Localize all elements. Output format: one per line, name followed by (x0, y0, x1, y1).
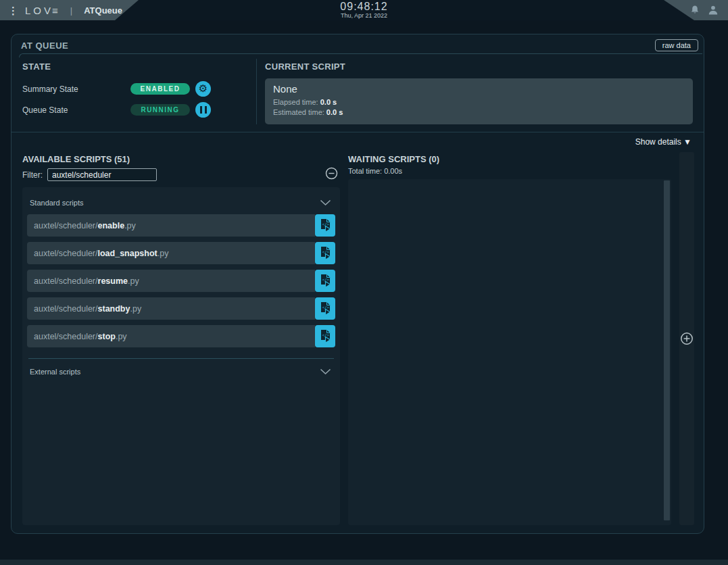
script-name: stop (98, 332, 116, 341)
chevron-down-icon (320, 368, 331, 375)
available-scripts-title: AVAILABLE SCRIPTS (51) (22, 154, 340, 164)
add-script-button[interactable]: </> (315, 242, 335, 264)
total-time-label: Total time: 0.00s (348, 167, 671, 175)
launch-script-icon: </> (318, 301, 332, 316)
elapsed-time-label: Elapsed time: (273, 98, 320, 106)
filter-input[interactable] (47, 168, 157, 181)
user-icon[interactable] (708, 5, 719, 16)
summary-state-config-button[interactable]: ⚙ (195, 81, 211, 97)
script-row: auxtel/scheduler/enable.py </> (27, 214, 335, 237)
estimated-time: Estimated time: 0.0 s (273, 107, 685, 118)
love-logo: LOV ≡ (25, 5, 58, 16)
summary-state-row: Summary State ENABLED ⚙ (22, 78, 247, 99)
script-name: load_snapshot (98, 249, 157, 258)
script-ext: .py (124, 221, 136, 230)
clock: 09:48:12 Thu, Apr 21 2022 (340, 1, 387, 19)
launch-script-icon: </> (318, 274, 332, 289)
waiting-scripts-column: WAITING SCRIPTS (0) Total time: 0.00s (348, 152, 671, 525)
card-header: AT QUEUE raw data (11, 34, 704, 53)
top-bar: ⋮ LOV ≡ | ATQueue 09:48:12 Thu, Apr 21 2… (0, 0, 728, 20)
waiting-scripts-panel (348, 179, 671, 525)
script-dir: auxtel/scheduler/ (34, 276, 98, 286)
add-script-button[interactable]: </> (315, 270, 335, 292)
script-name: enable (98, 221, 125, 230)
svg-text:</>: </> (322, 222, 329, 226)
notifications-bell-icon[interactable] (689, 5, 700, 16)
minus-circle-icon (325, 167, 338, 180)
add-script-button[interactable]: </> (315, 325, 335, 347)
waiting-scripts-title: WAITING SCRIPTS (0) (348, 154, 671, 164)
script-ext: .py (128, 276, 139, 286)
queue-state-badge: RUNNING (130, 104, 190, 116)
pause-queue-button[interactable] (195, 102, 211, 118)
show-details-toggle[interactable]: Show details ▼ (11, 132, 704, 147)
scripts-section: AVAILABLE SCRIPTS (51) Filter: Standard … (11, 147, 704, 533)
bottom-strip (0, 560, 728, 565)
state-block: STATE Summary State ENABLED ⚙ Queue Stat… (22, 59, 247, 124)
filter-row: Filter: (22, 168, 340, 181)
filter-label: Filter: (22, 170, 43, 180)
svg-text:</>: </> (322, 249, 329, 254)
estimated-time-label: Estimated time: (273, 108, 326, 116)
script-ext: .py (157, 249, 169, 258)
current-script-block: CURRENT SCRIPT None Elapsed time: 0.0 s … (257, 59, 693, 124)
script-ext: .py (116, 332, 127, 341)
available-scripts-column: AVAILABLE SCRIPTS (51) Filter: Standard … (22, 152, 340, 525)
script-row: auxtel/scheduler/standby.py </> (27, 297, 335, 320)
at-queue-card: AT QUEUE raw data STATE Summary State EN… (11, 34, 704, 534)
summary-state-label: Summary State (22, 84, 130, 94)
current-script-title: CURRENT SCRIPT (265, 62, 693, 72)
external-scripts-group[interactable]: External scripts (27, 359, 335, 383)
script-dir: auxtel/scheduler/ (34, 221, 98, 230)
script-path: auxtel/scheduler/load_snapshot.py (27, 242, 315, 264)
script-dir: auxtel/scheduler/ (34, 249, 98, 258)
expand-section-button[interactable] (680, 332, 694, 345)
menu-icon[interactable]: ⋮ (8, 5, 18, 16)
clock-date: Thu, Apr 21 2022 (340, 12, 387, 19)
script-path: auxtel/scheduler/enable.py (27, 214, 315, 237)
script-row: auxtel/scheduler/stop.py </> (27, 325, 335, 347)
collapsed-finished-strip (679, 152, 694, 525)
estimated-time-value: 0.0 s (326, 108, 343, 116)
script-row: auxtel/scheduler/resume.py </> (27, 270, 335, 292)
raw-data-button[interactable]: raw data (655, 39, 698, 51)
chevron-down-icon (320, 199, 331, 206)
script-dir: auxtel/scheduler/ (34, 304, 98, 314)
script-path: auxtel/scheduler/stop.py (27, 325, 315, 347)
script-ext: .py (130, 304, 141, 314)
current-script-name: None (273, 83, 685, 95)
script-path: auxtel/scheduler/resume.py (27, 270, 315, 292)
topbar-left-wing: ⋮ LOV ≡ | ATQueue (0, 0, 139, 20)
add-script-button[interactable]: </> (315, 297, 335, 320)
state-title: STATE (22, 62, 247, 72)
elapsed-time: Elapsed time: 0.0 s (273, 97, 685, 107)
svg-text:</>: </> (322, 277, 329, 282)
queue-state-label: Queue State (22, 105, 130, 115)
svg-text:</>: </> (322, 333, 329, 337)
scrollbar-thumb[interactable] (664, 180, 670, 520)
gear-icon: ⚙ (199, 84, 208, 94)
logo-divider: | (70, 5, 72, 16)
external-scripts-label: External scripts (30, 368, 80, 376)
current-script-box: None Elapsed time: 0.0 s Estimated time:… (265, 78, 693, 124)
logo-e-icon: ≡ (52, 5, 58, 16)
launch-script-icon: </> (318, 246, 332, 261)
topbar-right-wing (664, 0, 728, 20)
app-title: ATQueue (84, 5, 122, 16)
clock-time: 09:48:12 (340, 1, 387, 12)
add-script-button[interactable]: </> (315, 214, 335, 237)
svg-text:</>: </> (322, 305, 329, 310)
status-section: STATE Summary State ENABLED ⚙ Queue Stat… (11, 57, 704, 124)
script-name: standby (98, 304, 130, 314)
summary-state-badge: ENABLED (130, 83, 190, 95)
pause-icon (200, 106, 207, 114)
standard-scripts-group[interactable]: Standard scripts (27, 190, 335, 214)
script-dir: auxtel/scheduler/ (34, 332, 98, 341)
standard-scripts-label: Standard scripts (30, 199, 83, 207)
launch-script-icon: </> (318, 329, 332, 344)
launch-script-icon: </> (318, 218, 332, 233)
script-path: auxtel/scheduler/standby.py (27, 297, 315, 320)
queue-state-row: Queue State RUNNING (22, 99, 247, 120)
collapse-column-button[interactable] (325, 167, 338, 180)
available-scripts-panel: Standard scripts auxtel/scheduler/enable… (22, 187, 340, 525)
